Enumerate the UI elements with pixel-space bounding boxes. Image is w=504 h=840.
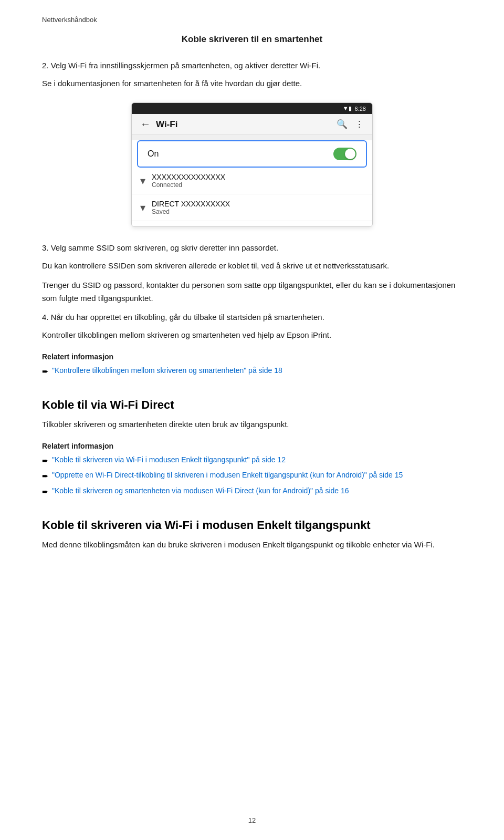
page-number: 12 <box>248 816 256 824</box>
step3c-label: Trenger du SSID og passord, kontakter du… <box>42 281 455 303</box>
step3b-text: Du kan kontrollere SSIDen som skriveren … <box>42 260 462 273</box>
wifi-signal-icon-2: ▾ <box>140 201 145 214</box>
step4-text: 4. Når du har opprettet en tilkobling, g… <box>42 311 462 324</box>
wifi-on-label: On <box>148 149 159 159</box>
section-wifidirect-heading: Koble til via Wi-Fi Direct <box>42 398 462 412</box>
wifi-signal-icon-1: ▾ <box>140 174 145 187</box>
related-link-1: ➨ "Kontrollere tilkoblingen mellom skriv… <box>42 365 462 377</box>
step3c-text: Trenger du SSID og passord, kontakter du… <box>42 279 462 305</box>
wifi-toggle[interactable] <box>333 148 356 160</box>
phone-nav-bar: ← Wi-Fi 🔍 ⋮ <box>132 114 372 135</box>
step2b-text: Se i dokumentasjonen for smartenheten fo… <box>42 77 462 90</box>
step4b-text: Kontroller tilkoblingen mellom skriveren… <box>42 329 462 342</box>
phone-body: On ▾ XXXXXXXXXXXXXXX Connected ▾ D <box>132 140 372 226</box>
wifi-network-row-2[interactable]: ▾ DIRECT XXXXXXXXXX Saved <box>132 194 372 221</box>
phone-nav-left: ← Wi-Fi <box>140 118 177 130</box>
related-link-4-text[interactable]: "Koble til skriveren og smartenheten via… <box>52 485 349 497</box>
related-link-3: ➨ "Opprette en Wi-Fi Direct-tilkobling t… <box>42 470 462 482</box>
related-info-2-label: Relatert informasjon <box>42 442 462 450</box>
section-enkelt-subtext: Med denne tilkoblingsmåten kan du bruke … <box>42 538 462 552</box>
wifi-network-status-2: Saved <box>152 208 230 215</box>
phone-screenshot: ▼▮ 6:28 ← Wi-Fi 🔍 ⋮ On <box>131 102 373 227</box>
arrow-icon-2: ➨ <box>42 454 49 466</box>
section-enkelt-heading: Koble til skriveren via Wi-Fi i modusen … <box>42 518 462 532</box>
status-time: 6:28 <box>355 106 366 112</box>
phone-status-bar: ▼▮ 6:28 <box>132 103 372 114</box>
related-link-2-text[interactable]: "Koble til skriveren via Wi-Fi i modusen… <box>52 454 286 466</box>
step2-text: 2. Velg Wi-Fi fra innstillingsskjermen p… <box>42 59 462 72</box>
header-label: Nettverkshåndbok <box>42 16 462 24</box>
page: Nettverkshåndbok Koble skriveren til en … <box>0 0 504 840</box>
toggle-knob <box>345 149 355 159</box>
search-icon[interactable]: 🔍 <box>337 119 348 130</box>
section-wifidirect-subtext: Tilkobler skriveren og smartenheten dire… <box>42 418 462 431</box>
step4-label: 4. Når du har opprettet en tilkobling, g… <box>42 313 324 322</box>
wifi-network-info-2: DIRECT XXXXXXXXXX Saved <box>152 200 230 215</box>
arrow-icon-4: ➨ <box>42 485 49 497</box>
wifi-network-status-1: Connected <box>152 181 225 189</box>
step3-label: 3. Velg samme SSID som skriveren, og skr… <box>42 243 278 252</box>
wifi-network-name-1: XXXXXXXXXXXXXXX <box>152 173 225 181</box>
wifi-status-icon: ▼▮ <box>343 105 352 112</box>
wifi-network-info-1: XXXXXXXXXXXXXXX Connected <box>152 173 225 189</box>
wifi-network-name-2: DIRECT XXXXXXXXXX <box>152 200 230 208</box>
related-link-1-text[interactable]: "Kontrollere tilkoblingen mellom skriver… <box>52 365 282 377</box>
related-link-3-text[interactable]: "Opprette en Wi-Fi Direct-tilkobling til… <box>52 470 403 481</box>
arrow-icon-1: ➨ <box>42 365 49 377</box>
more-icon[interactable]: ⋮ <box>355 119 364 130</box>
phone-nav-title: Wi-Fi <box>156 119 177 130</box>
arrow-icon-3: ➨ <box>42 470 49 482</box>
step2-label: 2. Velg Wi-Fi fra innstillingsskjermen p… <box>42 61 320 70</box>
related-info-1-label: Relatert informasjon <box>42 352 462 361</box>
step2b-label: Se i dokumentasjonen for smartenheten fo… <box>42 79 302 88</box>
wifi-network-row-1[interactable]: ▾ XXXXXXXXXXXXXXX Connected <box>132 168 372 194</box>
page-title: Koble skriveren til en smartenhet <box>42 34 462 45</box>
related-link-2: ➨ "Koble til skriveren via Wi-Fi i modus… <box>42 454 462 466</box>
step3b-label: Du kan kontrollere SSIDen som skriveren … <box>42 261 389 270</box>
wifi-on-row[interactable]: On <box>137 140 367 168</box>
step3-text: 3. Velg samme SSID som skriveren, og skr… <box>42 242 462 254</box>
phone-nav-icons: 🔍 ⋮ <box>337 119 364 130</box>
step4b-label: Kontroller tilkoblingen mellom skriveren… <box>42 330 331 339</box>
back-arrow-icon[interactable]: ← <box>140 118 151 130</box>
related-link-4: ➨ "Koble til skriveren og smartenheten v… <box>42 485 462 497</box>
wifi-networks-section: ▾ XXXXXXXXXXXXXXX Connected ▾ DIRECT XXX… <box>132 168 372 226</box>
